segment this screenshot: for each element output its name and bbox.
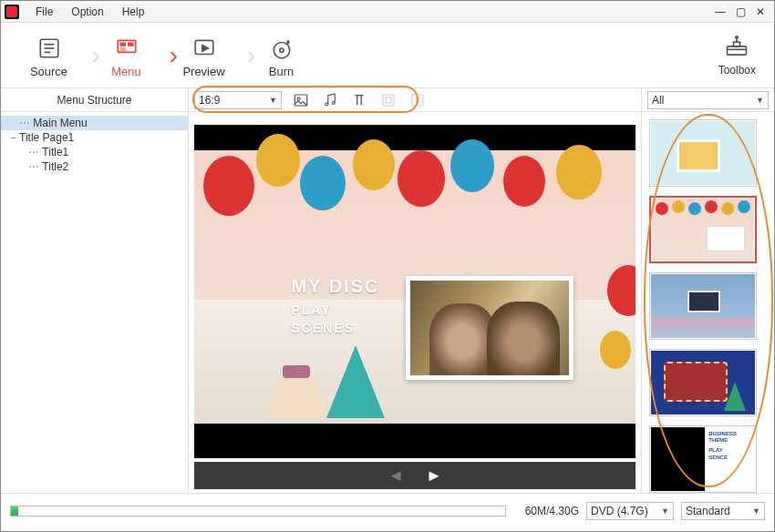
svg-point-16 — [736, 36, 738, 37]
main-area: ⋯ Main Menu −Title Page1 ⋯ Title1 ⋯ Titl… — [1, 112, 774, 493]
menu-structure-label: Menu Structure — [1, 88, 189, 111]
toolbox-button[interactable]: Toolbox — [718, 35, 765, 77]
close-button[interactable]: ✕ — [750, 4, 770, 20]
menu-option[interactable]: Option — [62, 5, 112, 18]
step-source-label: Source — [30, 65, 67, 78]
step-burn[interactable]: Burn — [243, 30, 320, 80]
chevron-down-icon: ▼ — [269, 96, 277, 105]
menu-play-text: PLAY — [291, 302, 379, 317]
svg-rect-5 — [119, 43, 126, 46]
add-image-button[interactable] — [291, 91, 311, 109]
svg-point-11 — [279, 48, 283, 52]
menu-scenes-text: SCENES — [291, 321, 379, 335]
add-text-button[interactable] — [349, 91, 369, 109]
chevron-down-icon: ▼ — [661, 506, 669, 516]
step-menu[interactable]: Menu › — [88, 30, 165, 80]
menu-structure-tree: ⋯ Main Menu −Title Page1 ⋯ Title1 ⋯ Titl… — [1, 112, 189, 493]
chevron-down-icon: ▼ — [752, 506, 760, 516]
step-source[interactable]: Source › — [10, 30, 88, 80]
menu-toolbar: Menu Structure 16:9 ▼ All ▼ — [1, 88, 774, 112]
template-thumb-3[interactable] — [649, 272, 757, 340]
status-bar: 60M/4.30G DVD (4.7G) ▼ Standard ▼ — [1, 493, 774, 527]
prev-page-button: ◄ — [388, 466, 404, 486]
preview-icon — [191, 36, 217, 61]
disc-usage-bar — [10, 506, 506, 517]
app-logo — [5, 5, 19, 19]
maximize-button[interactable]: ▢ — [730, 4, 750, 20]
step-burn-label: Burn — [269, 65, 294, 78]
svg-point-19 — [326, 103, 328, 106]
burn-icon — [269, 36, 294, 61]
quality-select[interactable]: Standard ▼ — [681, 502, 765, 520]
svg-point-10 — [274, 43, 289, 58]
toolbox-label: Toolbox — [718, 64, 756, 77]
menu-text-block[interactable]: MY DISC PLAY SCENES — [291, 276, 379, 335]
add-music-button[interactable] — [320, 91, 340, 109]
menu-preview[interactable]: MY DISC PLAY SCENES — [194, 125, 636, 458]
svg-point-20 — [332, 101, 335, 104]
source-icon — [36, 36, 62, 61]
tree-item-title-page1[interactable]: −Title Page1 — [1, 130, 188, 145]
svg-rect-26 — [412, 95, 423, 106]
template-category-value: All — [652, 94, 664, 107]
template-thumb-4[interactable] — [649, 349, 757, 416]
toolbox-icon — [724, 35, 749, 60]
svg-rect-7 — [119, 47, 126, 51]
svg-rect-6 — [128, 43, 134, 46]
minimize-button[interactable]: — — [710, 4, 730, 20]
aspect-ratio-select[interactable]: 16:9 ▼ — [194, 91, 282, 109]
tree-item-main-menu[interactable]: ⋯ Main Menu — [1, 116, 188, 130]
step-preview[interactable]: Preview › — [165, 30, 243, 80]
disc-usage-text: 60M/4.30G — [513, 505, 579, 517]
svg-rect-13 — [734, 42, 740, 46]
step-preview-label: Preview — [182, 65, 224, 78]
menu-icon — [114, 36, 140, 61]
quality-value: Standard — [686, 505, 730, 517]
template-thumb-5[interactable]: BUSINESS THEME PLAY SENCE — [649, 425, 757, 493]
preview-nav-bar: ◄ ► — [194, 462, 636, 489]
disc-type-value: DVD (4.7G) — [591, 505, 648, 517]
svg-point-18 — [297, 97, 300, 100]
template-panel: BUSINESS THEME PLAY SENCE — [641, 112, 774, 493]
party-hat-decoration — [326, 345, 385, 418]
tree-item-title1[interactable]: ⋯ Title1 — [1, 145, 188, 159]
template-category-select[interactable]: All ▼ — [647, 91, 769, 109]
step-bar: Source › Menu › Preview › Burn Toolbox — [1, 23, 774, 88]
svg-rect-24 — [383, 95, 394, 106]
menu-file[interactable]: File — [26, 5, 62, 18]
cake-decoration — [269, 354, 324, 418]
titlebar: File Option Help — ▢ ✕ — [1, 1, 774, 23]
chevron-down-icon: ▼ — [756, 96, 764, 105]
tree-item-title2[interactable]: ⋯ Title2 — [1, 159, 188, 174]
menu-help[interactable]: Help — [113, 5, 154, 18]
menu-title-text: MY DISC — [291, 276, 379, 297]
aspect-ratio-value: 16:9 — [199, 94, 220, 107]
add-chapter-button — [378, 91, 398, 109]
svg-rect-12 — [728, 46, 747, 54]
preview-panel: MY DISC PLAY SCENES ◄ ► — [189, 112, 641, 493]
template-thumb-2[interactable] — [649, 196, 757, 263]
template-thumb-1[interactable] — [649, 119, 757, 187]
add-button-button — [408, 91, 428, 109]
menu-thumbnail-frame[interactable] — [406, 276, 574, 380]
next-page-button[interactable]: ► — [426, 466, 442, 486]
disc-type-select[interactable]: DVD (4.7G) ▼ — [586, 502, 674, 520]
svg-rect-25 — [386, 97, 391, 103]
svg-marker-9 — [202, 46, 208, 52]
step-menu-label: Menu — [111, 65, 141, 78]
